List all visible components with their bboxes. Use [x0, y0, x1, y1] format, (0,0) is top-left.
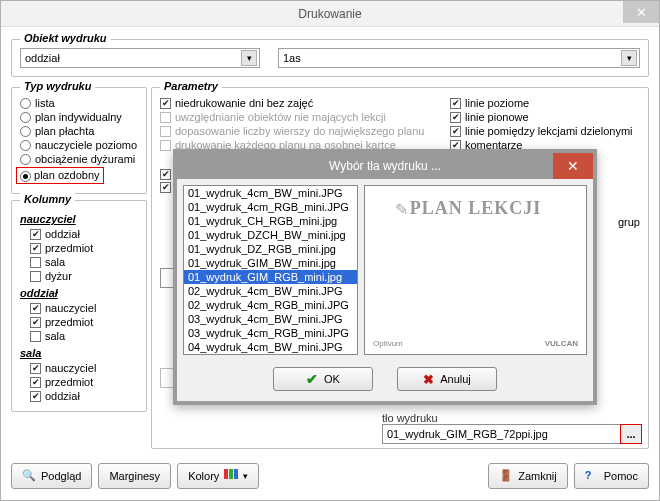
modal-cancel-button[interactable]: ✖ Anuluj — [397, 367, 497, 391]
group-obiekt-legend: Obiekt wydruku — [20, 32, 111, 44]
checkbox-icon — [450, 112, 461, 123]
checkbox-row[interactable]: przedmiot — [30, 315, 138, 329]
check-icon: ✔ — [306, 371, 318, 387]
param-check[interactable]: linie pomiędzy lekcjami dzielonymi — [450, 124, 640, 138]
list-item[interactable]: 03_wydruk_4cm_RGB_mini.JPG — [184, 326, 357, 340]
list-item[interactable]: 01_wydruk_DZCH_BW_mini.jpg — [184, 228, 357, 242]
preview-pane: ✎ PLAN LEKCJI Optivum VULCAN — [364, 185, 587, 355]
radio-typ-1[interactable]: plan indywidualny — [20, 110, 138, 124]
checkbox-row[interactable]: nauczyciel — [30, 361, 138, 375]
checkbox-row[interactable]: sala — [30, 329, 138, 343]
main-window: Drukowanie ✕ Obiekt wydruku oddział ▾ 1a… — [0, 0, 660, 501]
list-item[interactable]: 04_wydruk_4cm_RGB_mini.JPG — [184, 354, 357, 355]
radio-typ-2[interactable]: plan płachta — [20, 124, 138, 138]
checkbox-icon — [30, 377, 41, 388]
palette-icon — [224, 469, 238, 483]
list-item[interactable]: 04_wydruk_4cm_BW_mini.JPG — [184, 340, 357, 354]
pomoc-button[interactable]: ? Pomoc — [574, 463, 649, 489]
checkbox-icon — [30, 391, 41, 402]
chevron-down-icon: ▾ — [621, 50, 637, 66]
checkbox-row[interactable]: przedmiot — [30, 375, 138, 389]
list-item[interactable]: 01_wydruk_GIM_BW_mini.jpg — [184, 256, 357, 270]
checkbox-icon — [450, 126, 461, 137]
combo-obiekt-value[interactable]: 1as ▾ — [278, 48, 640, 68]
radio-typ-3[interactable]: nauczyciele poziomo — [20, 138, 138, 152]
checkbox-label: przedmiot — [45, 376, 93, 388]
checkbox-row[interactable]: oddział — [30, 389, 138, 403]
checkbox-label: przedmiot — [45, 242, 93, 254]
radio-typ-5[interactable]: plan ozdobny — [20, 166, 138, 185]
zamknij-button[interactable]: 🚪 Zamknij — [488, 463, 568, 489]
modal-close-button[interactable]: ✕ — [553, 153, 593, 179]
tlo-browse-button[interactable]: ... — [620, 424, 642, 444]
checkbox-row[interactable]: oddział — [30, 227, 138, 241]
radio-label: nauczyciele poziomo — [35, 139, 137, 151]
checkbox-label: dyżur — [45, 270, 72, 282]
list-item[interactable]: 01_wydruk_DZ_RGB_mini.jpg — [184, 242, 357, 256]
checkbox-icon — [30, 243, 41, 254]
param-check: uwzględnianie obiektów nie mających lekc… — [160, 110, 430, 124]
radio-icon — [20, 154, 31, 165]
checkbox-icon — [30, 303, 41, 314]
checkbox-icon — [160, 140, 171, 151]
checkbox-icon — [30, 271, 41, 282]
checkbox-icon — [30, 229, 41, 240]
checkbox[interactable] — [160, 169, 171, 180]
radio-icon — [20, 98, 31, 109]
param-check[interactable]: linie poziome — [450, 96, 640, 110]
radio-label: plan indywidualny — [35, 111, 122, 123]
checkbox-row[interactable]: nauczyciel — [30, 301, 138, 315]
checkbox-label: nauczyciel — [45, 362, 96, 374]
tlo-field-text: 01_wydruk_GIM_RGB_72ppi.jpg — [387, 428, 548, 440]
checkbox-label: sala — [45, 256, 65, 268]
checkbox-icon — [160, 126, 171, 137]
modal-ok-button[interactable]: ✔ OK — [273, 367, 373, 391]
checkbox-label: przedmiot — [45, 316, 93, 328]
combo-obiekt-type-text: oddział — [25, 52, 60, 64]
preview-footer-right: VULCAN — [545, 339, 578, 348]
close-icon[interactable]: ✕ — [623, 1, 659, 23]
radio-icon — [20, 140, 31, 151]
combo-obiekt-type[interactable]: oddział ▾ — [20, 48, 260, 68]
group-typ-legend: Typ wydruku — [20, 80, 95, 92]
label-grup: grup — [618, 216, 640, 228]
list-item[interactable]: 01_wydruk_4cm_RGB_mini.JPG — [184, 200, 357, 214]
checkbox-label: sala — [45, 330, 65, 342]
param-check: dopasowanie liczby wierszy do największe… — [160, 124, 430, 138]
checkbox-row[interactable]: sala — [30, 255, 138, 269]
checkbox-icon — [30, 317, 41, 328]
checkbox[interactable] — [160, 182, 171, 193]
checkbox-label: nauczyciel — [45, 302, 96, 314]
chevron-down-icon: ▾ — [241, 50, 257, 66]
checkbox-label: linie pionowe — [465, 111, 529, 123]
radio-icon — [20, 126, 31, 137]
list-item[interactable]: 01_wydruk_CH_RGB_mini.jpg — [184, 214, 357, 228]
kolumny-subhead: oddział — [20, 287, 138, 299]
radio-typ-4[interactable]: obciążenie dyżurami — [20, 152, 138, 166]
file-listbox[interactable]: 01_wydruk_4cm_BW_mini.JPG01_wydruk_4cm_R… — [183, 185, 358, 355]
radio-typ-0[interactable]: lista — [20, 96, 138, 110]
checkbox-row[interactable]: przedmiot — [30, 241, 138, 255]
list-item[interactable]: 02_wydruk_4cm_RGB_mini.JPG — [184, 298, 357, 312]
preview-title: PLAN LEKCJI — [365, 198, 586, 219]
checkbox-icon — [30, 331, 41, 342]
button-bar: 🔍 Podgląd Marginesy Kolory ▾ 🚪 Zamknij ?… — [1, 457, 659, 497]
tlo-field[interactable]: 01_wydruk_GIM_RGB_72ppi.jpg — [382, 424, 622, 444]
kolumny-subhead: nauczyciel — [20, 213, 138, 225]
param-check[interactable]: niedrukowanie dni bez zajęć — [160, 96, 430, 110]
list-item[interactable]: 03_wydruk_4cm_BW_mini.JPG — [184, 312, 357, 326]
list-item[interactable]: 01_wydruk_GIM_RGB_mini.jpg — [184, 270, 357, 284]
label-tlo: tło wydruku — [382, 412, 642, 424]
checkbox-label: linie poziome — [465, 97, 529, 109]
list-item[interactable]: 01_wydruk_4cm_BW_mini.JPG — [184, 186, 357, 200]
checkbox-row[interactable]: dyżur — [30, 269, 138, 283]
checkbox-label: dopasowanie liczby wierszy do największe… — [175, 125, 424, 137]
checkbox-icon — [30, 257, 41, 268]
kolory-button[interactable]: Kolory ▾ — [177, 463, 259, 489]
window-title: Drukowanie — [298, 7, 361, 21]
marginesy-button[interactable]: Marginesy — [98, 463, 171, 489]
list-item[interactable]: 02_wydruk_4cm_BW_mini.JPG — [184, 284, 357, 298]
podglad-button[interactable]: 🔍 Podgląd — [11, 463, 92, 489]
checkbox-icon — [160, 112, 171, 123]
param-check[interactable]: linie pionowe — [450, 110, 640, 124]
